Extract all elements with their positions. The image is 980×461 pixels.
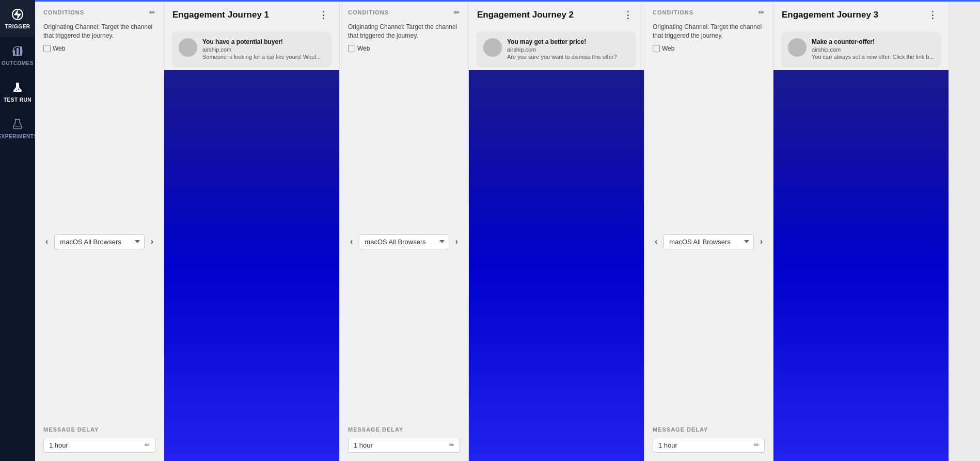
- message-delay-label-2: MESSAGE DELAY: [348, 426, 460, 433]
- notif-content-2: You may get a better price! airship.com …: [507, 38, 629, 60]
- svg-point-5: [16, 90, 17, 91]
- browser-select-2[interactable]: macOS All Browsers Windows All Browsers …: [359, 234, 449, 249]
- more-menu-btn-1[interactable]: ⋮: [315, 8, 331, 22]
- notif-content-1: You have a potential buyer! airship.com …: [202, 38, 325, 60]
- conditions-col-1: CONDITIONS ✏ Originating Channel: Target…: [35, 0, 164, 461]
- conditions-edit-btn-3[interactable]: ✏: [758, 8, 765, 17]
- conditions-label-3: CONDITIONS: [653, 9, 693, 15]
- browser-select-3[interactable]: macOS All Browsers Windows All Browsers …: [663, 234, 753, 249]
- next-browser-btn-3[interactable]: ›: [758, 235, 765, 248]
- conditions-edit-btn-1[interactable]: ✏: [149, 8, 155, 17]
- conditions-label-1: CONDITIONS: [43, 9, 84, 15]
- notification-preview-3: Make a counter-offer! airship.com You ca…: [782, 32, 940, 66]
- delay-input-2: 1 hour ✏: [348, 438, 460, 453]
- sidebar-item-experiments[interactable]: EXPERIMENTS: [0, 110, 35, 147]
- prev-browser-btn-3[interactable]: ‹: [653, 235, 659, 248]
- conditions-label-2: CONDITIONS: [348, 9, 389, 15]
- svg-point-6: [18, 89, 20, 90]
- notif-body-1: Someone is looking for a car like yours!…: [202, 54, 325, 60]
- channel-name-1: Web: [53, 44, 65, 53]
- conditions-body-2: Originating Channel: Target the channel …: [348, 23, 460, 61]
- conditions-header-2: CONDITIONS ✏: [348, 8, 460, 17]
- notif-body-2: Are you sure you want to dismiss this of…: [507, 54, 629, 60]
- conditions-header-3: CONDITIONS ✏: [653, 8, 765, 17]
- more-menu-btn-2[interactable]: ⋮: [620, 8, 636, 22]
- channel-text-3: Originating Channel: Target the channel …: [653, 23, 765, 40]
- conditions-col-3: CONDITIONS ✏ Originating Channel: Target…: [644, 0, 773, 461]
- delay-edit-btn-1[interactable]: ✏: [145, 441, 150, 449]
- channel-tag-2: Web: [348, 44, 370, 53]
- sidebar-experiments-label: EXPERIMENTS: [0, 134, 38, 139]
- journey-title-1: Engagement Journey 1: [172, 10, 269, 20]
- channel-name-2: Web: [357, 44, 370, 53]
- sidebar-item-testrun[interactable]: TEST RUN: [0, 73, 35, 110]
- notif-title-3: Make a counter-offer!: [812, 38, 934, 45]
- conditions-body-3: Originating Channel: Target the channel …: [653, 23, 765, 61]
- conditions-col-2: CONDITIONS ✏ Originating Channel: Target…: [340, 0, 469, 461]
- notification-preview-2: You may get a better price! airship.com …: [477, 32, 636, 66]
- journey-col-1: Engagement Journey 1 ⋮ You have a potent…: [164, 0, 340, 461]
- conditions-header-1: CONDITIONS ✏: [43, 8, 155, 17]
- journey-title-2: Engagement Journey 2: [477, 10, 574, 20]
- svg-rect-2: [17, 48, 19, 56]
- channel-text-1: Originating Channel: Target the channel …: [43, 23, 155, 40]
- chart-icon: [10, 44, 25, 58]
- notif-avatar-3: [788, 38, 807, 57]
- device-preview-1: [164, 70, 339, 461]
- more-menu-btn-3[interactable]: ⋮: [925, 8, 940, 22]
- notification-preview-1: You have a potential buyer! airship.com …: [172, 32, 331, 66]
- sidebar-testrun-label: TEST RUN: [4, 97, 31, 103]
- journey-col-2: Engagement Journey 2 ⋮ You may get a bet…: [469, 0, 644, 461]
- sidebar-item-outcomes[interactable]: OUTCOMES: [0, 37, 35, 73]
- message-delay-label-1: MESSAGE DELAY: [43, 426, 155, 433]
- notif-title-2: You may get a better price!: [507, 38, 629, 45]
- notif-domain-3: airship.com: [812, 46, 934, 53]
- prev-browser-btn-1[interactable]: ‹: [43, 235, 50, 248]
- loading-bar: [35, 0, 980, 2]
- delay-value-1: 1 hour: [49, 441, 140, 449]
- message-delay-section-3: MESSAGE DELAY 1 hour ✏: [653, 414, 765, 453]
- device-preview-3: [773, 70, 949, 461]
- journey-header-3: Engagement Journey 3 ⋮: [773, 0, 949, 28]
- device-preview-2: [469, 70, 644, 461]
- browser-selector-3: ‹ macOS All Browsers Windows All Browser…: [653, 226, 765, 249]
- next-browser-btn-1[interactable]: ›: [149, 235, 155, 248]
- channel-tag-3: Web: [653, 44, 674, 53]
- delay-edit-btn-3[interactable]: ✏: [754, 441, 759, 449]
- delay-input-1: 1 hour ✏: [43, 438, 155, 453]
- journey-panel-2: CONDITIONS ✏ Originating Channel: Target…: [340, 0, 644, 461]
- channel-name-3: Web: [662, 44, 674, 53]
- next-browser-btn-2[interactable]: ›: [453, 235, 460, 248]
- browser-selector-1: ‹ macOS All Browsers Windows All Browser…: [43, 226, 155, 249]
- browser-selector-2: ‹ macOS All Browsers Windows All Browser…: [348, 226, 460, 249]
- delay-value-3: 1 hour: [658, 441, 750, 449]
- notif-title-1: You have a potential buyer!: [202, 38, 325, 45]
- journey-header-1: Engagement Journey 1 ⋮: [164, 0, 339, 28]
- journey-panel-3: CONDITIONS ✏ Originating Channel: Target…: [644, 0, 949, 461]
- sidebar-trigger-label: TRIGGER: [5, 24, 30, 29]
- sidebar-outcomes-label: OUTCOMES: [2, 60, 34, 66]
- channel-text-2: Originating Channel: Target the channel …: [348, 23, 460, 40]
- prev-browser-btn-2[interactable]: ‹: [348, 235, 355, 248]
- notif-avatar-2: [483, 38, 502, 57]
- journey-title-3: Engagement Journey 3: [782, 10, 878, 20]
- bolt-icon: [10, 7, 25, 22]
- channel-box-3: [653, 45, 660, 52]
- channel-box-1: [43, 45, 51, 52]
- beaker-icon: [10, 117, 25, 132]
- journey-panel-1: CONDITIONS ✏ Originating Channel: Target…: [35, 0, 340, 461]
- delay-input-3: 1 hour ✏: [653, 438, 765, 453]
- journey-col-3: Engagement Journey 3 ⋮ Make a counter-of…: [773, 0, 949, 461]
- channel-tag-1: Web: [43, 44, 65, 53]
- message-delay-label-3: MESSAGE DELAY: [653, 426, 765, 433]
- delay-value-2: 1 hour: [354, 441, 445, 449]
- message-delay-section-2: MESSAGE DELAY 1 hour ✏: [348, 414, 460, 453]
- notif-content-3: Make a counter-offer! airship.com You ca…: [812, 38, 934, 60]
- browser-select-1[interactable]: macOS All Browsers Windows All Browsers …: [54, 234, 144, 249]
- channel-box-2: [348, 45, 355, 52]
- sidebar: TRIGGER OUTCOMES TEST RUN: [0, 0, 35, 461]
- conditions-body-1: Originating Channel: Target the channel …: [43, 23, 155, 61]
- delay-edit-btn-2[interactable]: ✏: [449, 441, 454, 449]
- sidebar-item-trigger[interactable]: TRIGGER: [0, 0, 35, 37]
- conditions-edit-btn-2[interactable]: ✏: [454, 8, 460, 17]
